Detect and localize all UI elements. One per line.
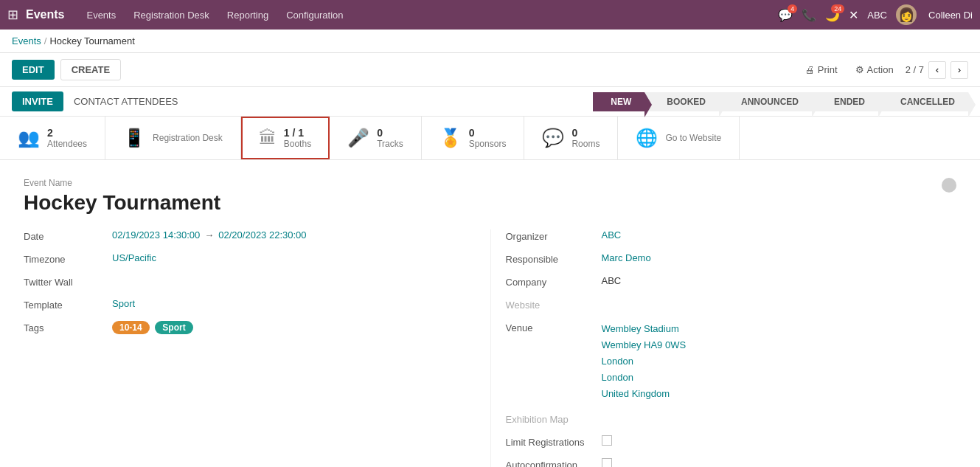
booths-label: Booths (284, 139, 311, 149)
venue-line-2: Wembley HA9 0WS (602, 337, 687, 353)
attendees-count: 2 (47, 127, 87, 139)
status-indicator (942, 178, 956, 193)
phone-icon[interactable]: 📞 (802, 8, 816, 22)
breadcrumb-parent[interactable]: Events (12, 35, 41, 46)
responsible-value[interactable]: Marc Demo (602, 252, 651, 263)
prev-page-button[interactable]: ‹ (928, 61, 946, 79)
invite-button[interactable]: INVITE (12, 91, 63, 111)
status-pipeline: NEW BOOKED ANNOUNCED ENDED CANCELLED (593, 92, 968, 111)
chat-icon[interactable]: 💬 4 (778, 8, 793, 22)
status-bar: INVITE CONTACT ATTENDEES NEW BOOKED ANNO… (0, 87, 980, 117)
sponsors-label: Sponsors (469, 139, 507, 149)
sponsors-count: 0 (469, 127, 507, 139)
moon-badge: 24 (831, 4, 844, 13)
tags-row: Tags 10-14 Sport (24, 321, 461, 334)
app-grid-icon[interactable]: ⊞ (7, 7, 18, 23)
event-title: Hockey Tournament (24, 191, 942, 215)
venue-line-5: United Kingdom (602, 386, 687, 402)
tags-label: Tags (24, 321, 112, 333)
nav-configuration[interactable]: Configuration (279, 0, 350, 30)
exhibition-map-row: Exhibition Map (506, 412, 957, 425)
company-label: Company (506, 275, 602, 288)
twitter-wall-label: Twitter Wall (24, 275, 112, 288)
breadcrumb-current: Hockey Tournament (49, 35, 134, 46)
responsible-row: Responsible Marc Demo (506, 252, 957, 265)
stat-attendees[interactable]: 👥 2 Attendees (0, 117, 105, 159)
website-row: Website (506, 298, 957, 311)
print-action[interactable]: 🖨 Print (805, 64, 838, 75)
user-name: Colleen Di (928, 10, 973, 21)
stat-tracks[interactable]: 🎤 0 Tracks (330, 117, 422, 159)
company-row: Company ABC (506, 275, 957, 288)
organizer-row: Organizer ABC (506, 229, 957, 242)
tags-value: 10-14 Sport (112, 321, 196, 334)
booths-count: 1 / 1 (284, 127, 311, 139)
nav-events[interactable]: Events (79, 0, 123, 30)
limit-reg-checkbox[interactable] (602, 435, 612, 446)
autoconfirm-label: Autoconfirmation (506, 458, 602, 467)
stat-sponsors[interactable]: 🏅 0 Sponsors (422, 117, 525, 159)
nav-registration-desk[interactable]: Registration Desk (126, 0, 217, 30)
tag-sport[interactable]: Sport (155, 321, 192, 334)
template-value[interactable]: Sport (112, 298, 135, 309)
pipeline-announced[interactable]: ANNOUNCED (719, 92, 812, 111)
tag-10-14[interactable]: 10-14 (112, 321, 150, 334)
top-nav: ⊞ Events Events Registration Desk Report… (0, 0, 980, 30)
stat-rooms[interactable]: 💬 0 Rooms (524, 117, 618, 159)
company-value: ABC (602, 275, 622, 286)
booths-icon: 🏛 (259, 128, 277, 148)
gear-icon: ⚙ (855, 64, 864, 75)
registration-desk-icon: 📱 (123, 128, 145, 148)
breadcrumb: Events / Hockey Tournament (0, 30, 980, 53)
date-range: 02/19/2023 14:30:00 → 02/20/2023 22:30:0… (112, 229, 307, 241)
venue-value[interactable]: Wembley Stadium Wembley HA9 0WS London L… (602, 321, 687, 402)
venue-label: Venue (506, 321, 602, 333)
template-row: Template Sport (24, 298, 461, 311)
action-dropdown[interactable]: ⚙ Action (855, 64, 894, 75)
timezone-value[interactable]: US/Pacific (112, 252, 156, 263)
date-to: 02/20/2023 22:30:00 (218, 229, 306, 241)
stats-bar: 👥 2 Attendees 📱 Registration Desk 🏛 1 / … (0, 117, 980, 160)
close-icon[interactable]: ✕ (849, 8, 858, 22)
tracks-count: 0 (377, 127, 403, 139)
moon-icon[interactable]: 🌙 24 (825, 8, 840, 22)
venue-line-3: London (602, 353, 687, 370)
exhibition-map-label: Exhibition Map (506, 412, 602, 425)
venue-line-1: Wembley Stadium (602, 321, 687, 337)
tracks-label: Tracks (377, 139, 403, 149)
date-row: Date 02/19/2023 14:30:00 → 02/20/2023 22… (24, 229, 461, 242)
timezone-label: Timezone (24, 252, 112, 265)
pipeline-cancelled[interactable]: CANCELLED (878, 92, 968, 111)
nav-reporting[interactable]: Reporting (220, 0, 276, 30)
header-icons: 💬 4 📞 🌙 24 ✕ ABC 👩 Colleen Di (778, 4, 973, 25)
pipeline-ended[interactable]: ENDED (812, 92, 878, 111)
create-button[interactable]: CREATE (60, 59, 121, 80)
website-label: Go to Website (665, 133, 721, 143)
date-label: Date (24, 229, 112, 242)
contact-attendees-button[interactable]: CONTACT ATTENDEES (63, 91, 189, 111)
chat-badge: 4 (788, 4, 797, 13)
edit-button[interactable]: EDIT (12, 60, 55, 80)
user-initials: ABC (867, 10, 887, 21)
rooms-count: 0 (571, 127, 600, 139)
autoconfirm-value (602, 458, 612, 467)
autoconfirm-row: Autoconfirmation (506, 458, 957, 467)
tracks-icon: 🎤 (347, 128, 369, 148)
form-left: Date 02/19/2023 14:30:00 → 02/20/2023 22… (24, 229, 490, 467)
next-page-button[interactable]: › (951, 61, 968, 79)
pipeline-booked[interactable]: BOOKED (644, 92, 719, 111)
rooms-label: Rooms (571, 139, 600, 149)
responsible-label: Responsible (506, 252, 602, 265)
action-label: Action (867, 64, 894, 75)
main-content: Event Name Hockey Tournament Date 02/19/… (0, 160, 980, 467)
stat-registration-desk[interactable]: 📱 Registration Desk (105, 117, 241, 159)
website-label: Website (506, 298, 602, 311)
stat-website[interactable]: 🌐 Go to Website (618, 117, 740, 159)
autoconfirm-checkbox[interactable] (602, 458, 612, 467)
event-name-label: Event Name (24, 178, 942, 188)
form-grid: Date 02/19/2023 14:30:00 → 02/20/2023 22… (24, 229, 956, 467)
organizer-value[interactable]: ABC (602, 229, 622, 241)
stat-booths[interactable]: 🏛 1 / 1 Booths (241, 117, 330, 159)
avatar[interactable]: 👩 (896, 4, 917, 25)
pipeline-new[interactable]: NEW (593, 92, 644, 111)
